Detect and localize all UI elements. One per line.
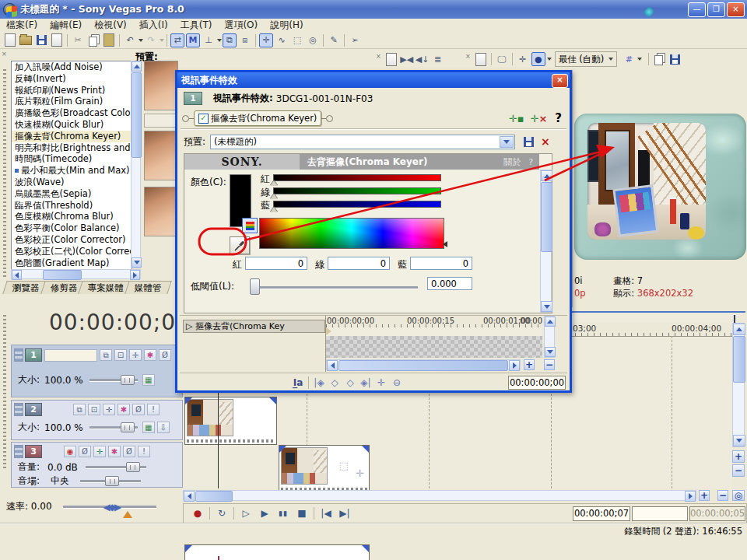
effects-list-hscrollbar[interactable]	[11, 269, 141, 279]
zoom-out-track-height-icon[interactable]: −	[732, 464, 745, 477]
green-value-field[interactable]: 0	[328, 257, 390, 270]
scroll-right-icon[interactable]	[130, 270, 140, 280]
auto-crossfade-icon[interactable]: M	[186, 33, 200, 47]
effect-item-selected[interactable]: 摳像去背(Chroma Keyer)	[12, 131, 132, 142]
mixer-properties-icon[interactable]: ≣	[431, 52, 445, 66]
whats-this-help-icon[interactable]: ➢	[348, 33, 362, 47]
red-channel-bar[interactable]	[273, 174, 441, 181]
keyframe-track-label[interactable]: ▷ 摳像去背(Chroma Key	[183, 320, 325, 333]
keyframe-ruler[interactable]: 00:00:00;00 00:00:00;15 00:00:01;00 00:0…	[326, 316, 542, 328]
normal-edit-tool-icon[interactable]: ✛	[259, 33, 273, 47]
play-button[interactable]: ▶	[255, 506, 274, 521]
preset-thumbnail[interactable]	[144, 131, 178, 180]
effect-item[interactable]: 時間碼(Timecode)	[12, 153, 132, 165]
zoom-in-track-height-icon[interactable]: +	[732, 450, 745, 463]
scroll-thumb[interactable]	[733, 336, 745, 383]
last-keyframe-button[interactable]: ◈|	[358, 376, 374, 389]
event-pan-crop-icon[interactable]: ⬚	[339, 460, 349, 471]
green-channel-marker[interactable]	[270, 194, 278, 199]
pan-icon[interactable]: ▶◀	[400, 52, 414, 66]
remove-plugin-icon[interactable]: ✛×	[530, 113, 547, 124]
keyframe-timecode[interactable]: 00:00:00;00	[508, 376, 566, 390]
properties-icon[interactable]	[50, 33, 64, 47]
keyframe-hscrollbar[interactable]	[326, 359, 521, 370]
scroll-left-icon[interactable]	[12, 270, 22, 280]
mute-icon[interactable]: Ø	[123, 446, 135, 457]
enable-snapping-icon[interactable]: ⇄	[170, 33, 184, 47]
envelope-edit-tool-icon[interactable]: ∿	[275, 33, 289, 47]
insert-envelope-icon[interactable]: ⊥	[202, 33, 216, 47]
delete-keyframe-button[interactable]: ⊖	[389, 376, 405, 389]
track-number[interactable]: 2	[25, 403, 42, 416]
effect-item[interactable]: 最小和最大(Min and Max)	[12, 165, 132, 177]
effect-item[interactable]: 色彩校正(Color Corrector)	[12, 234, 132, 246]
close-button[interactable]: ×	[727, 2, 745, 17]
scroll-thumb[interactable]	[43, 270, 82, 280]
effect-item[interactable]: 底片顆粒(Film Grain)	[12, 96, 132, 107]
pan-slider-thumb[interactable]	[105, 476, 119, 486]
quality-dropdown-icon[interactable]	[547, 58, 552, 61]
preview-quality-select[interactable]: 最佳 (自動)	[555, 51, 618, 67]
preset-thumbnail[interactable]	[144, 187, 178, 236]
blue-channel-bar[interactable]	[273, 201, 441, 208]
transport-timecode-current[interactable]: 00:00:00;07	[573, 506, 630, 521]
menu-insert[interactable]: 插入(I)	[133, 19, 174, 32]
track-header-2[interactable]: 2 ⧉ ⊡ ✛ ✱ Ø ! 大小: 100.0 % ▦ ⇩	[11, 400, 183, 440]
track-number[interactable]: 3	[25, 445, 42, 458]
menu-file[interactable]: 檔案(F)	[0, 19, 44, 32]
cut-icon[interactable]: ✂	[71, 33, 85, 47]
kf-zoom-out-icon[interactable]: −	[544, 359, 555, 370]
dialog-close-icon[interactable]: ×	[552, 74, 568, 88]
eyedropper-button[interactable]	[230, 236, 250, 254]
plugin-enabled-checkbox[interactable]: ✓	[198, 114, 209, 124]
track-header-3[interactable]: 3 ◉ Ø ✛ ✱ Ø ! 音量: 0.0 dB 音場: 中央	[11, 442, 183, 488]
copy-icon[interactable]	[86, 33, 100, 47]
save-snapshot-icon[interactable]	[668, 52, 682, 66]
track-motion-icon[interactable]: ⧉	[100, 349, 112, 361]
menu-options[interactable]: 選項(O)	[218, 19, 264, 32]
external-monitor-icon[interactable]: 🖵	[495, 52, 509, 66]
compositing-mode-icon[interactable]: ⊡	[88, 404, 100, 415]
effect-item[interactable]: 色彩平衡(Color Balance)	[12, 222, 132, 234]
plugin-scrollbar[interactable]	[540, 170, 552, 313]
scroll-down-icon[interactable]	[541, 301, 552, 312]
play-from-start-button[interactable]: ▷	[237, 506, 255, 521]
fade-handle-icon[interactable]	[362, 545, 369, 552]
undo-icon[interactable]: ↶	[123, 33, 137, 47]
solo-icon[interactable]: !	[138, 446, 150, 457]
low-threshold-slider[interactable]	[253, 286, 418, 289]
scroll-up-icon[interactable]	[733, 324, 745, 335]
scroll-right-icon[interactable]	[509, 360, 520, 371]
green-channel-bar[interactable]	[273, 187, 441, 194]
video-output-fx-icon[interactable]: ✛	[516, 52, 530, 66]
effect-item[interactable]: 波浪(Wave)	[12, 177, 132, 188]
effect-item[interactable]: 報紙印刷(News Print)	[12, 85, 132, 96]
blue-channel-marker[interactable]	[270, 207, 278, 212]
minimize-button[interactable]: —	[688, 2, 706, 17]
scroll-left-icon[interactable]	[184, 491, 195, 502]
scroll-thumb[interactable]	[541, 182, 552, 252]
effect-item[interactable]: 色階圖(Gradient Map)	[12, 257, 132, 269]
save-preset-icon[interactable]	[521, 135, 535, 149]
pause-button[interactable]: ▮▮	[274, 506, 293, 521]
red-value-field[interactable]: 0	[245, 257, 307, 270]
zoom-edit-tool-icon[interactable]: ◎	[306, 33, 320, 47]
keyframe-vscrollbar[interactable]	[544, 316, 555, 358]
first-keyframe-button[interactable]: |◈	[311, 376, 327, 389]
make-compositing-child-icon[interactable]: ⇩	[157, 422, 170, 433]
scroll-up-icon[interactable]	[545, 317, 556, 327]
dialog-title-bar[interactable]: 視訊事件特效 ×	[177, 72, 570, 88]
scroll-right-icon[interactable]	[685, 491, 696, 502]
scroll-down-icon[interactable]	[545, 347, 556, 357]
timeline-hscrollbar[interactable]	[183, 490, 696, 501]
compositing-mode-icon[interactable]: ⊡	[114, 349, 127, 361]
project-properties-icon[interactable]	[474, 52, 488, 66]
go-to-start-button[interactable]: |◀	[317, 506, 335, 521]
video-event-1[interactable]	[184, 397, 277, 445]
track-number[interactable]: 1	[25, 348, 42, 362]
event-fx-icon[interactable]: ✛	[356, 467, 364, 479]
next-keyframe-button[interactable]: ◇	[342, 376, 358, 389]
cursor-timecode-display[interactable]: 00:00:00;0	[11, 310, 176, 338]
copy-snapshot-icon[interactable]	[652, 52, 666, 66]
effect-item[interactable]: 烏賊墨黑色(Sepia)	[12, 188, 132, 200]
